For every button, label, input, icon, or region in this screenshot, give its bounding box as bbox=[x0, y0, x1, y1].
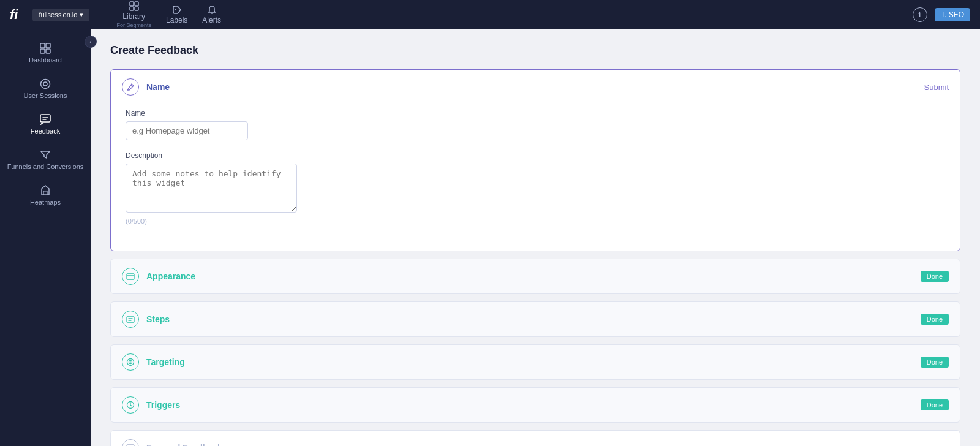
logo: fi bbox=[10, 7, 18, 23]
triggers-section-title: Triggers bbox=[146, 400, 921, 410]
funnels-icon bbox=[40, 149, 51, 161]
section-name: Name Submit Name Description (0/500) bbox=[110, 69, 960, 251]
heatmaps-label: Heatmaps bbox=[30, 198, 61, 206]
name-input[interactable] bbox=[126, 121, 248, 140]
svg-rect-2 bbox=[130, 7, 134, 10]
svg-point-4 bbox=[175, 9, 176, 10]
appearance-section-icon bbox=[122, 268, 139, 285]
alerts-icon bbox=[207, 5, 217, 15]
svg-rect-12 bbox=[127, 274, 134, 279]
labels-icon bbox=[172, 5, 182, 15]
sidebar-item-feedback[interactable]: Feedback bbox=[0, 108, 91, 141]
sidebar-toggle[interactable]: ‹ bbox=[85, 36, 97, 48]
targeting-done-badge: Done bbox=[921, 357, 949, 368]
workspace-selector[interactable]: fullsession.io ▾ bbox=[32, 9, 89, 21]
description-textarea[interactable] bbox=[126, 164, 297, 213]
char-count: (0/500) bbox=[126, 217, 945, 225]
appearance-section-title: Appearance bbox=[146, 271, 921, 281]
section-appearance-header[interactable]: Appearance Done bbox=[111, 259, 960, 293]
svg-point-9 bbox=[41, 80, 50, 89]
feedback-icon bbox=[40, 114, 51, 125]
svg-rect-13 bbox=[127, 317, 134, 322]
svg-rect-8 bbox=[46, 49, 50, 53]
name-field-label: Name bbox=[126, 109, 945, 118]
labels-label: Labels bbox=[166, 16, 187, 25]
section-appearance: Appearance Done bbox=[110, 259, 960, 294]
heatmaps-icon bbox=[40, 185, 51, 196]
steps-section-icon bbox=[122, 311, 139, 328]
info-button[interactable]: ℹ bbox=[913, 7, 927, 22]
info-icon: ℹ bbox=[918, 10, 921, 19]
dashboard-label: Dashboard bbox=[29, 56, 62, 64]
svg-rect-7 bbox=[40, 49, 45, 53]
dashboard-icon bbox=[40, 43, 51, 54]
section-name-header[interactable]: Name Submit bbox=[111, 70, 960, 104]
top-navigation: fi fullsession.io ▾ Library For Segments… bbox=[0, 0, 980, 29]
triggers-section-icon bbox=[122, 396, 139, 414]
library-sub: For Segments bbox=[116, 22, 151, 28]
sidebar: ‹ Dashboard User Sessions bbox=[0, 29, 91, 446]
user-label: T. SEO bbox=[941, 10, 964, 19]
top-nav-items: Library For Segments Labels Alerts bbox=[116, 1, 898, 28]
targeting-section-title: Targeting bbox=[146, 357, 921, 367]
chevron-down-icon: ▾ bbox=[80, 11, 83, 19]
name-section-title: Name bbox=[146, 82, 924, 92]
nav-item-labels[interactable]: Labels bbox=[166, 5, 187, 25]
app-layout: ‹ Dashboard User Sessions bbox=[0, 29, 980, 446]
steps-section-title: Steps bbox=[146, 314, 921, 324]
section-triggers-header[interactable]: Triggers Done bbox=[111, 388, 960, 422]
description-field-group: Description (0/500) bbox=[126, 151, 945, 225]
library-icon bbox=[129, 1, 139, 11]
targeting-section-icon bbox=[122, 353, 139, 371]
forward-feedback-section-title: Forward Feedback bbox=[146, 443, 949, 446]
nav-item-library[interactable]: Library For Segments bbox=[116, 1, 151, 28]
sidebar-item-funnels[interactable]: Funnels and Conversions bbox=[0, 143, 91, 176]
svg-rect-0 bbox=[130, 2, 134, 6]
svg-rect-5 bbox=[40, 43, 45, 48]
library-label: Library bbox=[123, 12, 145, 21]
main-content: Create Feedback Name Submit Name bbox=[91, 29, 980, 446]
forward-feedback-section-icon bbox=[122, 439, 139, 446]
section-triggers: Triggers Done bbox=[110, 387, 960, 423]
user-sessions-icon bbox=[40, 78, 51, 89]
desc-field-label: Description bbox=[126, 151, 945, 160]
svg-rect-11 bbox=[40, 115, 50, 122]
steps-done-badge: Done bbox=[921, 314, 949, 325]
name-section-icon bbox=[122, 78, 139, 96]
workspace-label: fullsession.io bbox=[39, 11, 77, 18]
user-sessions-label: User Sessions bbox=[24, 92, 67, 99]
section-steps-header[interactable]: Steps Done bbox=[111, 302, 960, 336]
sidebar-item-user-sessions[interactable]: User Sessions bbox=[0, 72, 91, 105]
nav-right-area: ℹ T. SEO bbox=[913, 7, 970, 22]
section-targeting-header[interactable]: Targeting Done bbox=[111, 345, 960, 379]
triggers-done-badge: Done bbox=[921, 399, 949, 410]
name-field-group: Name bbox=[126, 109, 945, 140]
user-menu-button[interactable]: T. SEO bbox=[935, 8, 970, 21]
feedback-label: Feedback bbox=[31, 127, 60, 135]
section-targeting: Targeting Done bbox=[110, 344, 960, 380]
appearance-done-badge: Done bbox=[921, 271, 949, 282]
svg-point-10 bbox=[43, 82, 47, 86]
alerts-label: Alerts bbox=[202, 16, 221, 25]
svg-rect-1 bbox=[135, 2, 138, 6]
funnels-label: Funnels and Conversions bbox=[7, 163, 84, 170]
sidebar-item-heatmaps[interactable]: Heatmaps bbox=[0, 179, 91, 212]
section-forward-feedback: Forward Feedback bbox=[110, 430, 960, 446]
sidebar-item-dashboard[interactable]: Dashboard bbox=[0, 37, 91, 70]
page-title: Create Feedback bbox=[110, 44, 960, 57]
svg-point-16 bbox=[130, 361, 131, 363]
section-forward-feedback-header[interactable]: Forward Feedback bbox=[111, 431, 960, 446]
name-section-body: Name Description (0/500) bbox=[111, 104, 960, 251]
nav-item-alerts[interactable]: Alerts bbox=[202, 5, 221, 25]
svg-rect-6 bbox=[46, 43, 50, 48]
collapse-icon: ‹ bbox=[89, 39, 91, 45]
section-steps: Steps Done bbox=[110, 301, 960, 337]
name-submit-link[interactable]: Submit bbox=[924, 83, 949, 92]
svg-rect-3 bbox=[135, 7, 138, 10]
logo-text: fi bbox=[10, 7, 18, 23]
